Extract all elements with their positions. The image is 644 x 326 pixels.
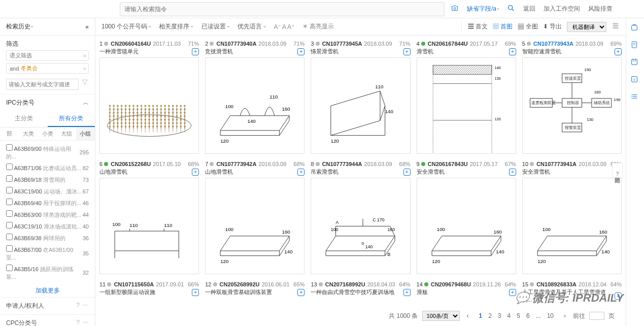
settings-icon[interactable]	[612, 22, 620, 31]
next-page[interactable]: ›	[561, 311, 569, 320]
hier-4[interactable]: 小组	[76, 127, 95, 140]
ipc-item[interactable]: A63C19/00 运动场、溜冰...67	[0, 185, 95, 197]
ipc-item[interactable]: A63B63/00 球类游戏的靶...44	[0, 209, 95, 220]
highlight-toggle[interactable]: ☀ 高亮显示	[302, 22, 334, 31]
back-link[interactable]: 返回	[523, 5, 535, 13]
page-...[interactable]: ...	[533, 311, 544, 320]
result-card[interactable]: 13 CN207168992U2018.04.0364%一种自由式滑雪空中技巧夏…	[311, 280, 410, 306]
result-card[interactable]: 15 CN108926833A2018.12.0464%人工旱雪滑道及基于人工旱…	[522, 280, 622, 306]
patent-number[interactable]: CN206152268U	[111, 161, 151, 167]
patent-thumbnail[interactable]: 100160140120	[417, 178, 516, 274]
ipc-item[interactable]: A63B67/00 在A63B1/00至...35	[0, 244, 95, 263]
ipc-item[interactable]: A63B69/00 特殊运动用的...295	[0, 143, 95, 162]
patent-thumbnail[interactable]: 控速装置控制器速度检测装置辅助系统报警装置150180190130	[522, 57, 622, 154]
chevron-down-icon[interactable]: ﹀	[83, 302, 89, 310]
add-icon[interactable]: +	[297, 289, 304, 296]
result-card[interactable]: 8 CN107773944A2018.03.0968%吊索滑雪机+100AC 1…	[311, 160, 410, 274]
close-icon[interactable]: ×	[83, 53, 86, 59]
filter-icon[interactable]	[81, 78, 89, 88]
patent-number[interactable]: CN108926833A	[536, 281, 577, 287]
hier-2[interactable]: 小类	[38, 127, 57, 140]
ipc-checkbox[interactable]	[6, 210, 13, 217]
search-icon[interactable]	[507, 4, 515, 14]
facet-section[interactable]: CPC分类号?﹀	[0, 315, 95, 326]
add-icon[interactable]: +	[403, 169, 411, 176]
patent-number[interactable]: CN107773941A	[536, 161, 577, 167]
add-icon[interactable]: +	[297, 48, 304, 55]
patent-thumbnail[interactable]: 100110110	[99, 178, 199, 274]
filter-chip-semantic[interactable]: 语义筛选×	[6, 50, 89, 61]
patent-thumbnail[interactable]: 140130120	[417, 57, 516, 154]
rail-doc-icon[interactable]	[630, 41, 640, 51]
rail-workspace-icon[interactable]	[630, 23, 640, 34]
add-icon[interactable]: +	[509, 169, 516, 176]
rail-save-icon[interactable]	[630, 58, 640, 68]
hier-1[interactable]: 大类	[19, 127, 38, 140]
view-home-image[interactable]: ▤ 首图	[493, 22, 513, 31]
collapse-icon[interactable]: «	[85, 23, 89, 30]
page-5[interactable]: 5	[514, 311, 523, 320]
page-6[interactable]: 6	[523, 311, 533, 320]
sort-drop[interactable]: 相关度排序	[159, 22, 193, 31]
font-size-controls[interactable]: A⁻ A A⁺	[274, 23, 294, 30]
patent-thumbnail[interactable]: 100160140120	[522, 178, 622, 274]
read-drop[interactable]: 已读设置	[201, 22, 229, 31]
ipc-checkbox[interactable]	[6, 222, 13, 229]
view-text[interactable]: ☰ 首文	[468, 22, 488, 31]
history-header[interactable]: 检索历史	[6, 22, 33, 31]
ipc-checkbox[interactable]	[6, 199, 13, 205]
result-card[interactable]: 6 CN206152268U2017.05.1068%山地滑雪机+1001101…	[99, 160, 199, 274]
prev-page[interactable]: ‹	[464, 311, 472, 320]
help-icon[interactable]: ?	[76, 319, 80, 326]
result-card[interactable]: 14 CN209679468U2019.11.2664%滑板+	[417, 280, 516, 306]
result-card[interactable]: 12 CN205268992U2016.06.0165%一种双板滑雪基础训练装置…	[205, 280, 304, 306]
patent-thumbnail[interactable]: 100AC 170160140B	[311, 178, 410, 274]
result-card[interactable]: 9 CN206167843U2017.05.1767%安全滑雪机+1001601…	[417, 160, 516, 274]
facet-section[interactable]: 申请人/权利人?﹀	[0, 298, 95, 315]
close-icon[interactable]: ×	[83, 66, 86, 72]
chevron-down-icon[interactable]: ﹀	[83, 319, 89, 326]
page-2[interactable]: 2	[485, 311, 495, 320]
patent-number[interactable]: CN107773943A	[533, 41, 573, 47]
page-4[interactable]: 4	[504, 311, 514, 320]
result-card[interactable]: 5 CN107773943A2018.03.0969%智能控速滑雪机+控速装置控…	[522, 40, 622, 154]
lang-drop[interactable]: 优先语言	[238, 22, 265, 31]
ipc-item[interactable]: A63B69/38 网球用的36	[0, 232, 95, 244]
add-icon[interactable]: +	[615, 292, 622, 300]
add-icon[interactable]: +	[403, 48, 411, 55]
patent-thumbnail[interactable]	[99, 57, 199, 154]
patent-number[interactable]: CN107773944A	[322, 161, 362, 167]
search-input[interactable]	[124, 6, 440, 13]
search-box[interactable]	[120, 2, 445, 16]
add-icon[interactable]: +	[509, 48, 516, 55]
ipc-checkbox[interactable]	[6, 164, 13, 170]
ipc-item[interactable]: A63B5/16 跳跃用的训练装...32	[0, 263, 95, 282]
patent-number[interactable]: CN206167844U	[428, 41, 468, 47]
load-more[interactable]: 加载更多	[0, 284, 95, 297]
add-icon[interactable]: +	[509, 289, 516, 296]
patent-thumbnail[interactable]: 100160140120	[205, 178, 304, 274]
patent-number[interactable]: CN206604164U	[111, 41, 151, 47]
filter-chip-term[interactable]: and 冬奥会×	[6, 63, 89, 74]
count-drop[interactable]: 1000 个公开号码	[101, 22, 151, 31]
ipc-checkbox[interactable]	[6, 144, 13, 151]
result-card[interactable]: 10 CN107773941A2018.03.0966%安全滑雪机+100160…	[522, 160, 622, 274]
rail-export-icon[interactable]	[630, 75, 640, 85]
patent-number[interactable]: CN205268992U	[220, 281, 260, 287]
ipc-checkbox[interactable]	[6, 175, 13, 182]
add-workspace-link[interactable]: 加入工作空间	[544, 5, 580, 13]
result-card[interactable]: 1 CN206604164U2017.11.0371%一种滑雪毯单元+	[99, 40, 199, 154]
tab-all-class[interactable]: 所有分类	[48, 111, 95, 127]
risk-link[interactable]: 风险排查	[588, 5, 613, 13]
per-page-select[interactable]: 100条/页	[422, 311, 460, 321]
ipc-checkbox[interactable]	[6, 245, 13, 252]
patent-number[interactable]: CN107773940A	[216, 41, 256, 47]
camera-icon[interactable]	[451, 4, 459, 14]
add-icon[interactable]: +	[297, 169, 304, 176]
ipc-checkbox[interactable]	[6, 187, 13, 193]
description-input[interactable]	[6, 79, 79, 90]
ipc-item[interactable]: A63B69/40 用于投掷球的...46	[0, 197, 95, 209]
ipc-item[interactable]: A63C19/10 滑冰场或滚轮...40	[0, 220, 95, 232]
patent-thumbnail[interactable]: 110140120	[311, 57, 410, 154]
help-icon[interactable]: ?	[76, 302, 80, 310]
